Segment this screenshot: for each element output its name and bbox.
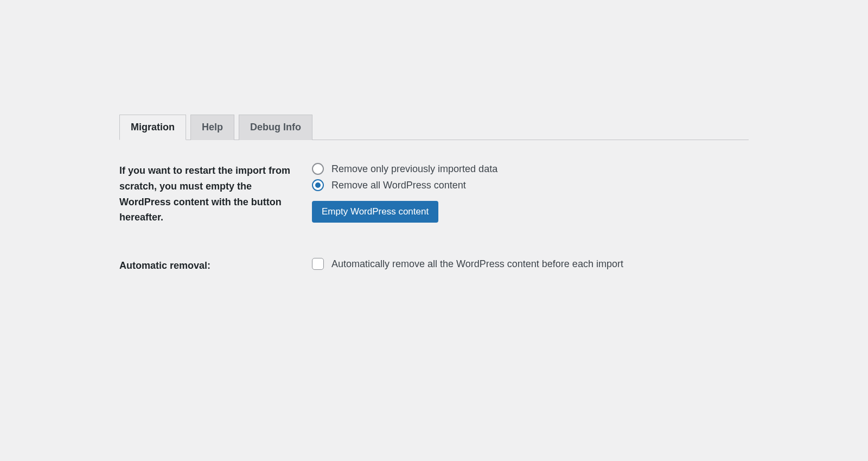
automatic-removal-checkbox-label: Automatically remove all the WordPress c…	[331, 258, 623, 270]
remove-previous-label: Remove only previously imported data	[331, 163, 497, 175]
automatic-removal-controls: Automatically remove all the WordPress c…	[312, 258, 749, 270]
automatic-removal-label: Automatic removal:	[119, 258, 312, 274]
remove-previous-radio[interactable]: Remove only previously imported data	[312, 163, 749, 175]
automatic-removal-checkbox[interactable]: Automatically remove all the WordPress c…	[312, 258, 749, 270]
tab-bar: Migration Help Debug Info	[119, 114, 749, 140]
remove-options-radio-group: Remove only previously imported data Rem…	[312, 163, 749, 191]
radio-icon	[312, 163, 324, 175]
restart-import-label: If you want to restart the import from s…	[119, 163, 312, 225]
restart-import-row: If you want to restart the import from s…	[119, 163, 749, 225]
remove-all-label: Remove all WordPress content	[331, 180, 466, 191]
tab-debug-info[interactable]: Debug Info	[239, 115, 312, 140]
restart-import-controls: Remove only previously imported data Rem…	[312, 163, 749, 223]
radio-icon	[312, 179, 324, 191]
remove-all-radio[interactable]: Remove all WordPress content	[312, 179, 749, 191]
checkbox-icon	[312, 258, 324, 270]
tab-migration[interactable]: Migration	[119, 115, 186, 140]
tab-help[interactable]: Help	[190, 115, 234, 140]
migration-content: If you want to restart the import from s…	[119, 163, 749, 274]
empty-wordpress-content-button[interactable]: Empty WordPress content	[312, 201, 438, 223]
radio-selected-dot-icon	[315, 182, 321, 188]
automatic-removal-row: Automatic removal: Automatically remove …	[119, 258, 749, 274]
